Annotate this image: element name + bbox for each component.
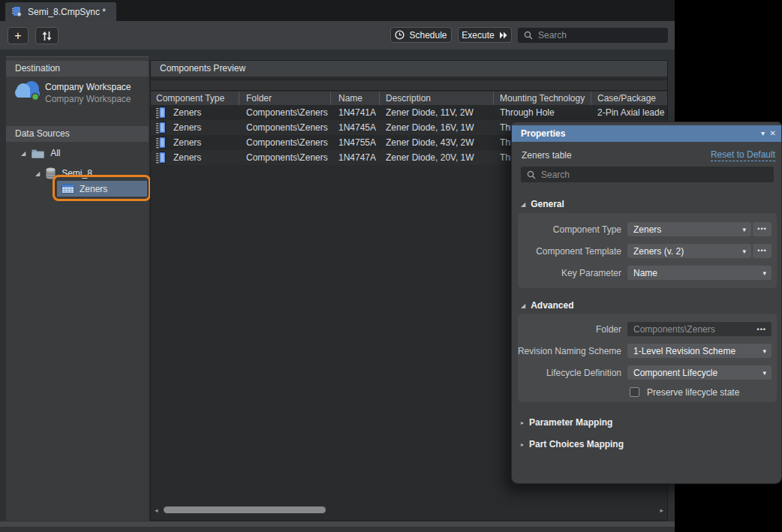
close-icon[interactable]: ✕ xyxy=(770,125,776,142)
component-template-value: Zeners (v. 2) xyxy=(633,246,684,257)
execute-button-label: Execute xyxy=(462,30,494,41)
scroll-right-icon[interactable]: ▸ xyxy=(660,506,663,514)
properties-title: Properties xyxy=(521,128,565,139)
component-type-ellipsis-button[interactable]: ••• xyxy=(753,222,771,236)
section-collapsed-icon: ▸ xyxy=(521,419,524,426)
folder-value: Components\Zeners xyxy=(633,324,715,335)
component-type-dropdown[interactable]: Zeners ▾ xyxy=(627,222,751,236)
section-header-part-choices-mapping[interactable]: ▸ Part Choices Mapping xyxy=(521,439,624,449)
section-header-parameter-mapping[interactable]: ▸ Parameter Mapping xyxy=(521,417,612,428)
section-header-general[interactable]: ◢ General xyxy=(521,199,564,209)
lifecycle-definition-value: Component Lifecycle xyxy=(633,368,717,378)
column-header-folder[interactable]: Folder xyxy=(239,92,331,105)
cmpsync-document-icon xyxy=(11,6,23,17)
section-header-advanced[interactable]: ◢ Advanced xyxy=(521,300,574,311)
cell-description: Zener Diode, 11V, 2W xyxy=(380,107,494,118)
general-group: Component Type Zeners ▾ ••• Component Te… xyxy=(518,213,777,288)
revision-naming-scheme-value: 1-Level Revision Scheme xyxy=(633,346,735,356)
cell-case: 2-Pin Axial leade xyxy=(591,107,667,118)
table-header-row: Component Type Folder Name Description M… xyxy=(151,92,667,105)
folder-field-disabled: Components\Zeners ••• xyxy=(627,322,771,336)
preserve-lifecycle-checkbox[interactable] xyxy=(630,387,639,397)
status-bar xyxy=(0,521,675,527)
chevron-down-icon: ▾ xyxy=(762,347,766,355)
components-preview-title: Components Preview xyxy=(151,61,667,77)
cell-folder: Components\Zeners xyxy=(239,152,331,163)
column-header-description[interactable]: Description xyxy=(380,92,494,105)
sync-arrows-icon xyxy=(41,31,53,41)
component-chip-icon xyxy=(156,122,166,134)
section-advanced-label: Advanced xyxy=(531,300,573,311)
tree-item-all[interactable]: ◢ All xyxy=(21,148,61,158)
component-template-dropdown[interactable]: Zeners (v. 2) ▾ xyxy=(627,244,751,258)
key-parameter-label: Key Parameter xyxy=(561,268,621,278)
scroll-left-icon[interactable]: ◂ xyxy=(155,506,158,514)
column-header-name[interactable]: Name xyxy=(331,92,380,105)
workspace-description: Company Workspace xyxy=(45,94,131,104)
component-type-label: Component Type xyxy=(553,224,621,235)
properties-title-bar: Properties xyxy=(512,125,781,142)
column-header-component-type[interactable]: Component Type xyxy=(151,92,239,105)
properties-search[interactable] xyxy=(521,167,774,182)
chevron-down-icon: ▾ xyxy=(762,369,766,377)
cell-description: Zener Diode, 16V, 1W xyxy=(380,122,494,133)
chevron-down-icon: ▾ xyxy=(762,269,766,277)
tree-expand-icon[interactable]: ◢ xyxy=(21,150,26,157)
toolbar-search-input[interactable] xyxy=(538,30,651,41)
key-parameter-value: Name xyxy=(633,268,657,278)
key-parameter-dropdown[interactable]: Name ▾ xyxy=(627,266,771,280)
properties-subtitle: Zeners table xyxy=(522,150,572,161)
column-header-mounting-technology[interactable]: Mounting Technology xyxy=(494,92,591,105)
tab-bar: Semi_8.CmpSync * xyxy=(0,0,675,21)
reset-to-default-link[interactable]: Reset to Default xyxy=(711,149,775,161)
cell-name: 1N4755A xyxy=(331,137,380,148)
tree-expand-icon[interactable]: ◢ xyxy=(35,170,40,177)
document-tab[interactable]: Semi_8.CmpSync * xyxy=(5,2,116,21)
component-chip-icon xyxy=(156,152,166,164)
advanced-group: Folder Components\Zeners ••• Revision Na… xyxy=(518,314,777,402)
table-row[interactable]: Zeners Components\Zeners 1N4741A Zener D… xyxy=(151,105,667,120)
preserve-lifecycle-label: Preserve lifecycle state xyxy=(647,387,739,398)
double-chevron-right-icon xyxy=(499,32,508,39)
cell-name: 1N4745A xyxy=(331,122,380,133)
execute-button[interactable]: Execute xyxy=(458,27,512,43)
component-template-ellipsis-button[interactable]: ••• xyxy=(753,244,771,258)
scrollbar-thumb[interactable] xyxy=(164,506,326,513)
component-chip-icon xyxy=(156,107,166,119)
cell-name: 1N4747A xyxy=(331,152,380,163)
properties-panel: Properties ▾ ✕ Zeners table Reset to Def… xyxy=(511,122,782,484)
search-icon xyxy=(524,31,533,40)
column-header-case-package[interactable]: Case/Package xyxy=(591,92,667,105)
component-type-value: Zeners xyxy=(633,224,661,235)
cell-description: Zener Diode, 43V, 2W xyxy=(380,137,494,148)
cell-name: 1N4741A xyxy=(331,107,380,118)
destination-header: Destination xyxy=(6,61,149,77)
workspace-name[interactable]: Company Workspace xyxy=(45,82,131,92)
lifecycle-definition-label: Lifecycle Definition xyxy=(546,368,621,378)
panel-menu-icon[interactable]: ▾ xyxy=(761,125,765,142)
component-chip-icon xyxy=(156,137,166,149)
document-tab-label: Semi_8.CmpSync * xyxy=(28,7,106,17)
cell-component-type: Zeners xyxy=(173,152,201,163)
revision-naming-scheme-dropdown[interactable]: 1-Level Revision Scheme ▾ xyxy=(627,344,771,358)
sync-button[interactable] xyxy=(35,27,59,44)
part-choices-mapping-label: Part Choices Mapping xyxy=(529,439,624,449)
table-filter-row xyxy=(151,80,667,91)
add-data-source-button[interactable]: + xyxy=(8,27,29,44)
toolbar-search[interactable] xyxy=(518,28,668,43)
parameter-mapping-label: Parameter Mapping xyxy=(529,417,612,428)
lifecycle-definition-dropdown[interactable]: Component Lifecycle ▾ xyxy=(627,365,771,380)
screen: Semi_8.CmpSync * + Sched xyxy=(0,0,782,532)
cell-component-type: Zeners xyxy=(173,107,201,118)
folder-ellipsis-button[interactable]: ••• xyxy=(757,326,766,333)
section-collapsed-icon: ▸ xyxy=(521,441,524,448)
cell-mounting: Through Hole xyxy=(494,107,591,118)
horizontal-scrollbar[interactable]: ◂ ▸ xyxy=(152,503,666,516)
annotation-highlight xyxy=(53,175,151,201)
properties-search-input[interactable] xyxy=(541,170,654,180)
section-general-label: General xyxy=(531,199,564,209)
cell-folder: Components\Zeners xyxy=(239,107,331,118)
chevron-down-icon: ▾ xyxy=(742,226,746,233)
schedule-button[interactable]: Schedule xyxy=(390,27,452,43)
sidebar: Destination Company Workspace Company Wo… xyxy=(6,56,149,521)
